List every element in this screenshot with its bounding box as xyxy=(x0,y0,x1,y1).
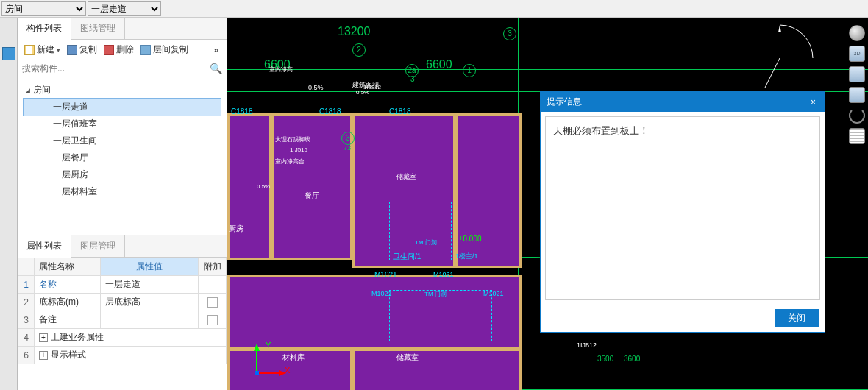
dim-label: 3500 xyxy=(597,355,613,363)
marker-label: 室内净高台 xyxy=(275,157,305,166)
marker-label: 0.5% xyxy=(356,89,369,96)
marker-label: C1818 xyxy=(231,107,252,116)
dim-label: 3600 xyxy=(624,355,640,363)
tree-node-duty-room[interactable]: 一层值班室 xyxy=(24,116,221,132)
tree-node-kitchen[interactable]: 一层厨房 xyxy=(24,166,221,183)
right-view-rail: 3D xyxy=(846,18,868,390)
grid-bubble: 1 xyxy=(463,64,476,77)
component-tabs: 构件列表 图纸管理 xyxy=(18,18,227,40)
tree-node-material[interactable]: 一层材料室 xyxy=(24,183,221,200)
layer-copy-icon xyxy=(140,45,151,55)
marker-label: 0.5% xyxy=(308,84,324,91)
toolbar-overflow-button[interactable]: » xyxy=(209,43,223,57)
table-row[interactable]: 1 名称 一层走道 xyxy=(18,276,227,294)
room-label: 卫生间/1 xyxy=(393,252,421,262)
marker-label: TM 门洞 xyxy=(415,238,437,247)
table-row[interactable]: 3 备注 xyxy=(18,311,227,329)
col-header-value[interactable]: 属性值 xyxy=(101,258,199,276)
svg-line-0 xyxy=(765,58,780,88)
marker-label: 1IJ812 xyxy=(577,341,597,349)
col-header-index xyxy=(18,258,35,276)
dim-label: 6600 xyxy=(426,58,452,71)
close-button[interactable]: 关闭 xyxy=(775,309,819,327)
category-dropdown[interactable]: 房间 xyxy=(1,1,86,16)
marker-label: M1021 xyxy=(483,290,504,297)
grid-icon[interactable] xyxy=(849,128,865,144)
marker-label: M1021 xyxy=(374,271,397,279)
marker-label: 1IJ515 xyxy=(290,146,307,153)
rotate-icon[interactable] xyxy=(849,107,865,124)
copy-icon xyxy=(67,45,77,55)
layer-copy-button[interactable]: 层间复制 xyxy=(138,42,191,57)
new-icon xyxy=(24,45,35,55)
dialog-footer: 关闭 xyxy=(541,305,825,332)
table-row[interactable]: 4 +土建业务属性 xyxy=(18,329,227,347)
marker-label: C1818 xyxy=(389,107,410,116)
delete-icon xyxy=(104,45,114,55)
tree-root-room[interactable]: ◢ 房间 xyxy=(24,82,221,99)
col-header-extra[interactable]: 附加 xyxy=(199,258,227,276)
table-row[interactable]: 2 底标高(m) 层底标高 xyxy=(18,294,227,311)
room-label: 厨房 xyxy=(229,224,243,234)
new-button[interactable]: 新建 ▾ xyxy=(21,42,63,57)
top-view-icon[interactable] xyxy=(849,66,865,82)
dim-label: 73 xyxy=(344,144,351,152)
marker-label: 0.5% xyxy=(257,183,270,190)
property-tabs: 属性列表 图层管理 xyxy=(18,235,227,258)
svg-marker-2 xyxy=(254,344,260,351)
dialog-body: 天棚必须布置到板上！ xyxy=(545,116,820,300)
property-table: 属性名称 属性值 附加 1 名称 一层走道 2 xyxy=(18,258,227,390)
axis-indicator: Y X xyxy=(249,344,286,383)
checkbox[interactable] xyxy=(207,315,218,325)
caret-down-icon: ◢ xyxy=(25,87,30,94)
room-label: 餐厅 xyxy=(305,191,319,201)
view-toggle-button[interactable] xyxy=(2,47,15,60)
expand-icon[interactable]: + xyxy=(39,351,48,360)
sphere-view-icon[interactable] xyxy=(849,25,865,41)
dim-label: 3 xyxy=(410,75,415,83)
left-panel: 构件列表 图纸管理 新建 ▾ 复制 删除 xyxy=(18,18,227,390)
tab-property-list[interactable]: 属性列表 xyxy=(18,235,71,258)
dialog-titlebar[interactable]: 提示信息 × xyxy=(541,92,825,112)
tab-component-list[interactable]: 构件列表 xyxy=(18,18,71,40)
copy-button[interactable]: 复制 xyxy=(64,42,100,57)
search-input[interactable] xyxy=(22,63,210,74)
col-header-name[interactable]: 属性名称 xyxy=(35,258,101,276)
room-label: 储藏室 xyxy=(396,172,416,182)
grid-bubble: 2 xyxy=(352,43,366,57)
compass-icon xyxy=(743,21,817,95)
chevron-down-icon: ▾ xyxy=(57,46,60,54)
3d-view-icon[interactable]: 3D xyxy=(849,46,865,62)
top-dropdown-row: 房间 一层走道 xyxy=(0,0,868,18)
marker-label: M1021 xyxy=(371,290,392,297)
checkbox[interactable] xyxy=(207,297,218,308)
expand-icon[interactable]: + xyxy=(39,333,48,342)
tab-layer-mgmt[interactable]: 图层管理 xyxy=(71,235,125,257)
tree-node-dining[interactable]: 一层餐厅 xyxy=(24,149,221,166)
grid-bubble: 3 xyxy=(503,27,516,40)
room-label: 储藏室 xyxy=(396,352,419,363)
dialog-message: 天棚必须布置到板上！ xyxy=(553,125,649,136)
tree-node-corridor[interactable]: 一层走道 xyxy=(23,98,221,116)
component-toolbar: 新建 ▾ 复制 删除 层间复制 » xyxy=(18,40,227,60)
grid-bubble: 3 xyxy=(341,132,355,145)
search-icon[interactable]: 🔍 xyxy=(210,63,222,74)
marker-label: C1818 xyxy=(319,107,341,116)
dialog-title-text: 提示信息 xyxy=(547,96,582,108)
marker-label: 室内净高 xyxy=(269,65,293,74)
front-view-icon[interactable] xyxy=(849,87,865,103)
dim-label: 13200 xyxy=(338,25,371,38)
close-icon[interactable]: × xyxy=(808,97,819,107)
marker-label: 大理石踢脚线 xyxy=(275,135,310,143)
elev-label: ±0.000 xyxy=(459,235,482,243)
vertical-rail xyxy=(0,18,18,390)
tree-node-bathroom[interactable]: 一层卫生间 xyxy=(24,132,221,149)
room-label: 1楼主/1 xyxy=(455,252,478,261)
item-dropdown[interactable]: 一层走道 xyxy=(88,1,161,16)
info-dialog: 提示信息 × 天棚必须布置到板上！ 关闭 xyxy=(540,91,825,333)
tab-drawing-mgmt[interactable]: 图纸管理 xyxy=(71,18,125,39)
table-row[interactable]: 6 +显示样式 xyxy=(18,347,227,364)
marker-label: M1021 xyxy=(433,271,454,278)
delete-button[interactable]: 删除 xyxy=(101,42,137,57)
marker-label: TM 门洞 xyxy=(424,290,447,298)
